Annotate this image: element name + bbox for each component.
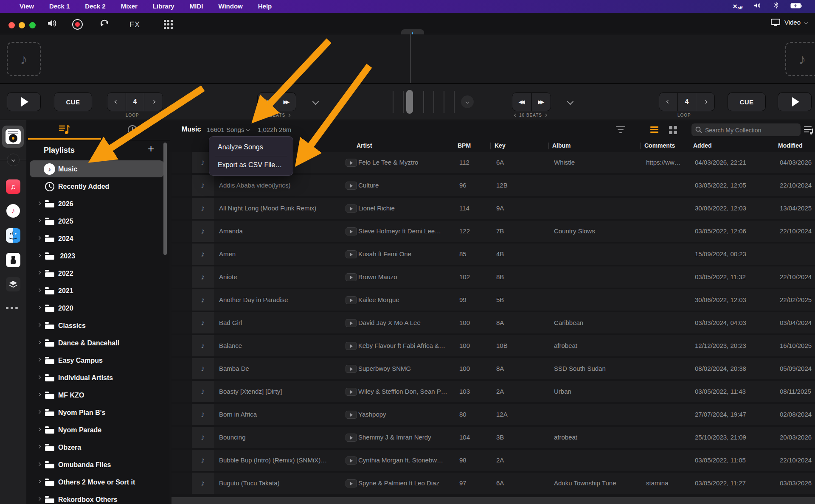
mixer-expand-button[interactable] [461, 95, 474, 108]
table-row[interactable]: ♪ All Night Long (Mood Funk Remix) Lione… [171, 198, 815, 219]
search-input[interactable] [704, 123, 797, 137]
expand-chevron-icon[interactable] [37, 375, 41, 379]
crossfader-off-icon[interactable]: ✕off [733, 3, 742, 10]
bluetooth-icon[interactable] [774, 2, 778, 11]
table-row[interactable]: ♪ Another Day in Paradise Kailee Morgue … [171, 289, 815, 311]
sidebar-scrollbar[interactable] [163, 143, 167, 255]
sidebar-playlist-item[interactable]: Nyom Plan B's [26, 404, 170, 421]
table-row[interactable]: ♪ Aniote Brown Mauzo 102 8B 03/05/2022, … [171, 266, 815, 288]
sidebar-playlist-item[interactable]: Others 2 Move or Sort it [26, 473, 170, 491]
deck2-beat-jump-forward[interactable]: ▶▶ [531, 93, 551, 111]
expand-chevron-icon[interactable] [37, 462, 41, 466]
table-row[interactable]: ♪ Bubble Bup (Intro) (Remix) (SNMiX)… Cy… [171, 450, 815, 471]
tab-history-icon[interactable] [127, 125, 138, 137]
expand-chevron-icon[interactable] [37, 254, 41, 257]
battery-icon[interactable] [790, 3, 802, 10]
table-row[interactable]: ♪ Amanda Steve Hofmeyr ft Demi Lee… 122 … [171, 221, 815, 242]
expand-chevron-icon[interactable] [37, 236, 41, 240]
crossfader-handle[interactable] [406, 90, 413, 114]
menu-item[interactable]: Library [145, 0, 182, 13]
menu-item[interactable]: MIDI [182, 0, 211, 13]
sidebar-playlist-item[interactable]: MF KZO [26, 386, 170, 404]
zoom-window-button[interactable] [29, 22, 36, 28]
sidebar-playlist-item[interactable]: ♪ Music [26, 160, 170, 178]
menu-item[interactable]: Help [250, 0, 280, 13]
sidebar-playlist-item[interactable]: Recently Added [26, 178, 170, 195]
table-row[interactable]: ♪ Born in Africa Yashpopy 80 12A 27/07/2… [171, 404, 815, 425]
deck1-loop-value[interactable]: 4 [126, 93, 144, 111]
table-row-partial[interactable] [171, 497, 815, 504]
expand-chevron-icon[interactable] [37, 410, 41, 414]
expand-chevron-icon[interactable] [37, 202, 41, 205]
deck1-loop-increase[interactable] [144, 93, 163, 111]
sidebar-playlist-item[interactable]: Nyom Parade [26, 421, 170, 439]
menu-item[interactable]: View [12, 0, 42, 13]
deck1-beat-jump-back[interactable]: ◀◀ [258, 93, 277, 111]
deck1-beats-chevron-icon[interactable] [312, 98, 319, 105]
table-row[interactable]: ♪ Bugutu (Tucu Takata) Spyne & Palmieri … [171, 473, 815, 494]
volume-icon[interactable] [754, 3, 762, 10]
deck1-play-button[interactable] [7, 92, 41, 111]
expand-chevron-icon[interactable] [37, 271, 41, 274]
context-menu-item-export-csv[interactable]: Export as CSV File… [209, 158, 293, 172]
column-header-modified[interactable]: Modified [778, 142, 803, 149]
deck1-beat-jump-forward[interactable]: ▶▶ [277, 93, 296, 111]
context-menu-item-analyze[interactable]: Analyze Songs [209, 140, 293, 154]
tab-playlists-icon[interactable] [59, 124, 70, 137]
deck2-cue-button[interactable]: CUE [728, 92, 766, 111]
sidebar-playlist-item[interactable]: 2023 [26, 247, 170, 265]
sidebar-playlist-item[interactable]: Individual Artists [26, 369, 170, 386]
finder-icon[interactable] [6, 228, 20, 243]
streaming-layers-icon[interactable] [6, 277, 20, 291]
expand-chevron-icon[interactable] [37, 306, 41, 309]
expand-chevron-icon[interactable] [37, 428, 41, 431]
column-header-comments[interactable]: Comments [644, 142, 675, 149]
sidebar-playlist-item[interactable]: 2022 [26, 265, 170, 282]
sidebar-playlist-item[interactable]: 2026 [26, 195, 170, 213]
song-count-dropdown[interactable]: 16601 Songs [207, 126, 244, 133]
expand-chevron-icon[interactable] [37, 219, 41, 222]
table-row[interactable]: ♪ Bamba De Superbwoy SNMG 100 8A SSD Sou… [171, 358, 815, 379]
sidebar-playlist-item[interactable]: Omubanda Files [26, 456, 170, 473]
more-sources-button[interactable] [6, 307, 18, 309]
master-volume-icon[interactable] [48, 19, 58, 29]
column-header-added[interactable]: Added [693, 142, 712, 149]
table-row[interactable]: ♪ Boasty [Xtendz] [Dirty] Wiley & Steffl… [171, 381, 815, 402]
fx-button[interactable]: FX [129, 20, 140, 29]
deck2-play-button[interactable] [778, 92, 812, 111]
record-button[interactable] [72, 19, 83, 30]
itunes-music-icon[interactable]: ♪ [6, 204, 20, 218]
grid-view-button[interactable] [669, 126, 677, 134]
sidebar-playlist-item[interactable]: Easy Campus [26, 352, 170, 369]
video-mode-switcher[interactable]: Video [771, 19, 807, 26]
menu-item[interactable]: Deck 1 [42, 0, 77, 13]
expand-chevron-icon[interactable] [37, 323, 41, 327]
sidebar-playlist-item[interactable]: Obzera [26, 439, 170, 456]
add-playlist-button[interactable]: + [148, 142, 154, 155]
column-header-artist[interactable]: Artist [357, 142, 372, 149]
deck2-beat-jump-back[interactable]: ◀◀ [512, 93, 531, 111]
deck1-cue-button[interactable]: CUE [54, 92, 92, 111]
list-view-button[interactable] [650, 126, 658, 134]
menu-item[interactable]: Window [211, 0, 250, 13]
expand-chevron-icon[interactable] [37, 445, 41, 448]
column-header-bpm[interactable]: BPM [458, 142, 471, 149]
table-row[interactable]: ♪ Bouncing Shemmy J & Imran Nerdy 104 3B… [171, 427, 815, 448]
table-row[interactable]: ♪ Addis Ababa video(lyrics) Culture 96 1… [171, 175, 815, 196]
table-row[interactable]: ♪ Amen Kusah ft Femi One 85 4B 15/09/202… [171, 244, 815, 265]
table-row[interactable]: ♪ Bad Girl David Jay X Mo A Lee 100 8A C… [171, 312, 815, 333]
deck2-loop-value[interactable]: 4 [677, 93, 696, 111]
collapse-dock-button[interactable] [7, 154, 20, 166]
expand-chevron-icon[interactable] [37, 497, 41, 501]
pads-grid-button[interactable] [164, 20, 173, 29]
menu-item[interactable]: Deck 2 [77, 0, 113, 13]
sidebar-playlist-item[interactable]: 2024 [26, 230, 170, 247]
expand-chevron-icon[interactable] [37, 358, 41, 361]
minimize-window-button[interactable] [19, 22, 25, 28]
sidebar-playlist-item[interactable]: 2020 [26, 300, 170, 317]
expand-chevron-icon[interactable] [37, 480, 41, 483]
sidebar-playlist-item[interactable]: Dance & Dancehall [26, 334, 170, 352]
sidebar-playlist-item[interactable]: Rekordbox Others [26, 491, 170, 504]
queue-icon[interactable] [804, 125, 815, 137]
my-collection-source-selected[interactable] [2, 126, 24, 148]
